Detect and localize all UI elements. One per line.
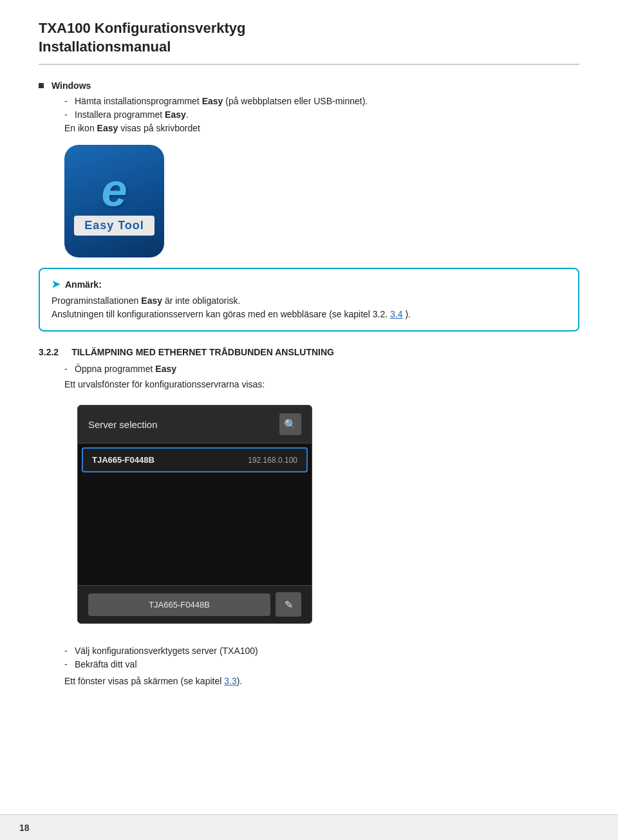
footer-edit-button[interactable]: ✎	[276, 592, 301, 617]
section-322-item1: - Öppna programmet Easy	[64, 364, 579, 374]
bottom-desc: Ett fönster visas på skärmen (se kapitel…	[64, 676, 579, 686]
screenshot-container: Server selection 🔍 TJA665-F0448B 192.168…	[77, 405, 312, 624]
note-box: ➤ Anmärk: Programinstallationen Easy är …	[39, 268, 579, 331]
section-322: 3.2.2 TILLÄMPNING MED ETHERNET TRÅDBUNDE…	[39, 347, 579, 686]
server-list-area: TJA665-F0448B 192.168.0.100	[78, 443, 312, 585]
footer-server-button[interactable]: TJA665-F0448B	[88, 593, 270, 616]
page-footer: 18	[0, 814, 618, 840]
note-arrow-icon: ➤	[52, 278, 60, 290]
windows-header: Windows	[39, 80, 579, 91]
server-ip: 192.168.0.100	[248, 456, 297, 465]
screen-header-title: Server selection	[88, 419, 158, 430]
note-content: Programinstallationen Easy är inte oblig…	[52, 294, 566, 321]
easy-icon-letter: e	[101, 167, 127, 213]
note-title: Anmärk:	[65, 279, 102, 290]
section-title: TILLÄMPNING MED ETHERNET TRÅDBUNDEN ANSL…	[71, 347, 334, 357]
search-icon-btn[interactable]: 🔍	[279, 413, 301, 435]
server-list-item[interactable]: TJA665-F0448B 192.168.0.100	[82, 447, 308, 472]
server-name: TJA665-F0448B	[92, 455, 154, 465]
note-header: ➤ Anmärk:	[52, 278, 566, 290]
bottom-link-33[interactable]: 3.3	[224, 676, 236, 686]
edit-icon: ✎	[285, 599, 293, 611]
bottom-items: - Välj konfigurationsverktygets server (…	[39, 646, 579, 686]
note-link-34[interactable]: 3.4	[390, 309, 402, 319]
windows-icon-line: En ikon Easy visas på skrivbordet	[64, 123, 579, 133]
easy-tool-icon: e Easy Tool	[64, 145, 164, 257]
section-322-desc: Ett urvalsfönster för konfigurationsserv…	[64, 379, 579, 389]
section-322-header: 3.2.2 TILLÄMPNING MED ETHERNET TRÅDBUNDE…	[39, 347, 579, 357]
search-icon: 🔍	[284, 418, 297, 431]
server-selection-screen: Server selection 🔍 TJA665-F0448B 192.168…	[77, 405, 312, 624]
bottom-item-1: - Välj konfigurationsverktygets server (…	[64, 646, 579, 656]
screen-header: Server selection 🔍	[78, 406, 312, 443]
easy-tool-icon-container: e Easy Tool	[64, 145, 579, 257]
bullet-icon	[39, 83, 44, 88]
page-number: 18	[19, 823, 30, 833]
easy-icon-text: Easy Tool	[74, 216, 154, 236]
bottom-item-2: - Bekräfta ditt val	[64, 659, 579, 669]
section-number: 3.2.2	[39, 347, 59, 357]
page-title: TXA100 Konfigurationsverktyg Installatio…	[39, 19, 579, 56]
page-header: TXA100 Konfigurationsverktyg Installatio…	[39, 19, 579, 65]
screen-footer: TJA665-F0448B ✎	[78, 585, 312, 623]
windows-item-1: - Hämta installationsprogrammet Easy (på…	[64, 96, 579, 106]
windows-section: Windows - Hämta installationsprogrammet …	[39, 80, 579, 133]
windows-item-2: - Installera programmet Easy.	[64, 109, 579, 120]
windows-label: Windows	[52, 80, 91, 91]
